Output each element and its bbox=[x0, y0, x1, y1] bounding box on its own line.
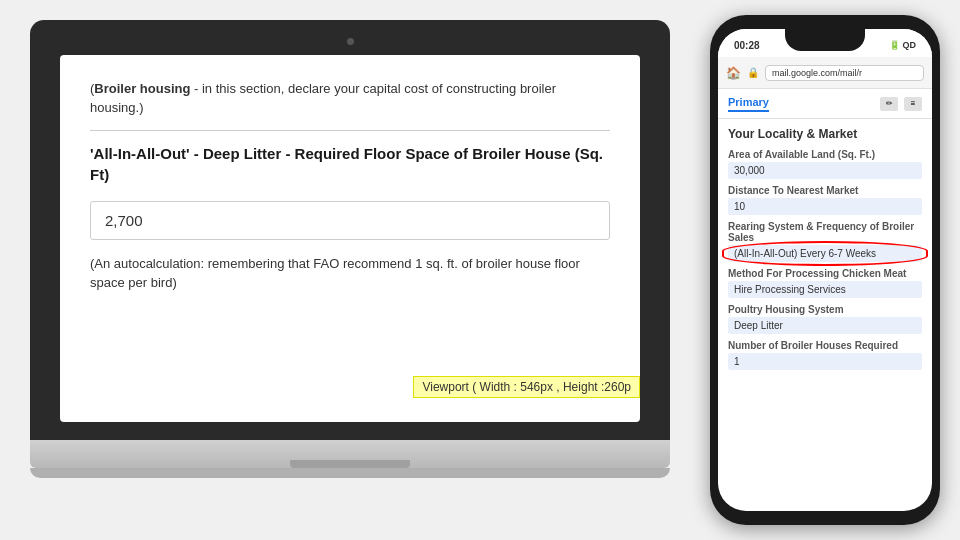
email-field-0: Area of Available Land (Sq. Ft.)30,000 bbox=[728, 149, 922, 179]
email-field-3: Method For Processing Chicken MeatHire P… bbox=[728, 268, 922, 298]
field-value-4: Deep Litter bbox=[728, 317, 922, 334]
home-icon[interactable]: 🏠 bbox=[726, 66, 741, 80]
field-value-5: 1 bbox=[728, 353, 922, 370]
signal-icon: QD bbox=[903, 40, 917, 50]
question-label: 'All-In-All-Out' - Deep Litter - Require… bbox=[90, 143, 610, 185]
phone-body: 00:28 🔋 QD 🏠 🔒 mail.google.com/mail/r Pr… bbox=[710, 15, 940, 525]
laptop-screen: (Broiler housing - in this section, decl… bbox=[60, 55, 640, 422]
url-field[interactable]: mail.google.com/mail/r bbox=[765, 65, 924, 81]
field-value-0: 30,000 bbox=[728, 162, 922, 179]
laptop-base bbox=[30, 440, 670, 468]
field-value-3: Hire Processing Services bbox=[728, 281, 922, 298]
tab-primary[interactable]: Primary bbox=[728, 96, 769, 112]
status-icons: 🔋 QD bbox=[889, 40, 917, 50]
email-fields: Area of Available Land (Sq. Ft.)30,000Di… bbox=[728, 149, 922, 370]
field-value-1: 10 bbox=[728, 198, 922, 215]
autocalc-note: (An autocalculation: remembering that FA… bbox=[90, 254, 610, 293]
divider bbox=[90, 130, 610, 131]
compose-icon[interactable]: ✏ bbox=[880, 97, 898, 111]
field-label-3: Method For Processing Chicken Meat bbox=[728, 268, 922, 279]
status-time: 00:28 bbox=[734, 40, 760, 51]
field-value-2: (All-In-All-Out) Every 6-7 Weeks bbox=[728, 245, 922, 262]
email-field-4: Poultry Housing SystemDeep Litter bbox=[728, 304, 922, 334]
email-content: Your Locality & Market Area of Available… bbox=[718, 119, 932, 511]
laptop: (Broiler housing - in this section, decl… bbox=[30, 20, 670, 510]
tab-icons: ✏ ≡ bbox=[880, 97, 922, 111]
field-label-0: Area of Available Land (Sq. Ft.) bbox=[728, 149, 922, 160]
address-bar[interactable]: 🏠 🔒 mail.google.com/mail/r bbox=[718, 57, 932, 89]
email-sender: Your Locality & Market bbox=[728, 127, 922, 141]
laptop-foot bbox=[30, 468, 670, 478]
menu-icon[interactable]: ≡ bbox=[904, 97, 922, 111]
field-label-1: Distance To Nearest Market bbox=[728, 185, 922, 196]
viewport-tag: Viewport ( Width : 546px , Height :260p bbox=[413, 376, 640, 398]
email-field-5: Number of Broiler Houses Required1 bbox=[728, 340, 922, 370]
section-header: (Broiler housing - in this section, decl… bbox=[90, 79, 610, 118]
phone-screen: 00:28 🔋 QD 🏠 🔒 mail.google.com/mail/r Pr… bbox=[718, 29, 932, 511]
laptop-body: (Broiler housing - in this section, decl… bbox=[30, 20, 670, 440]
section-header-bold: Broiler housing bbox=[94, 81, 190, 96]
field-label-4: Poultry Housing System bbox=[728, 304, 922, 315]
phone: 00:28 🔋 QD 🏠 🔒 mail.google.com/mail/r Pr… bbox=[710, 15, 940, 525]
lock-icon: 🔒 bbox=[747, 67, 759, 78]
field-label-5: Number of Broiler Houses Required bbox=[728, 340, 922, 351]
floor-space-input[interactable]: 2,700 bbox=[90, 201, 610, 240]
gmail-tabs: Primary ✏ ≡ bbox=[718, 89, 932, 119]
email-field-2: Rearing System & Frequency of Broiler Sa… bbox=[728, 221, 922, 262]
laptop-camera bbox=[347, 38, 354, 45]
field-label-2: Rearing System & Frequency of Broiler Sa… bbox=[728, 221, 922, 243]
phone-notch bbox=[785, 29, 865, 51]
battery-icon: 🔋 bbox=[889, 40, 900, 50]
email-field-1: Distance To Nearest Market10 bbox=[728, 185, 922, 215]
